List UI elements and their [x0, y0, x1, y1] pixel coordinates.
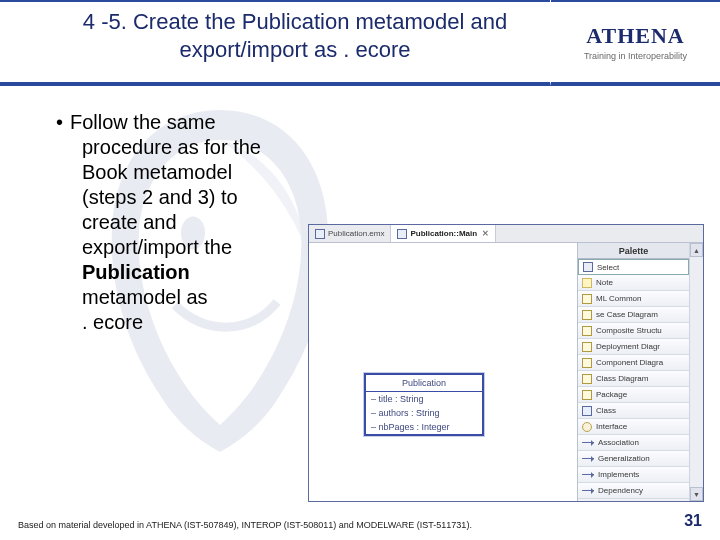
editor-tab-bar: Publication.emx Publication::Main ✕ [309, 225, 703, 243]
palette-select[interactable]: Select [578, 259, 689, 275]
uml-class-publication[interactable]: Publication – title : String – authors :… [364, 373, 484, 436]
folder-icon [582, 342, 592, 352]
close-icon[interactable]: ✕ [482, 229, 489, 238]
ide-screenshot: Publication.emx Publication::Main ✕ Publ… [308, 224, 704, 502]
footer-credit: Based on material developed in ATHENA (I… [18, 520, 472, 530]
cursor-icon [583, 262, 593, 272]
brand-block: ATHENA Training in Interoperability [550, 0, 720, 86]
palette-component[interactable]: Component Diagra [578, 355, 689, 371]
brand-name: ATHENA [586, 23, 685, 49]
bullet-text: •Follow the same procedure as for the Bo… [56, 110, 326, 335]
folder-icon [582, 374, 592, 384]
implements-icon [582, 474, 594, 475]
palette-classdgm[interactable]: Class Diagram [578, 371, 689, 387]
folder-icon [582, 294, 592, 304]
generalization-icon [582, 458, 594, 459]
palette-association[interactable]: Association [578, 435, 689, 451]
slide-footer: Based on material developed in ATHENA (I… [0, 512, 720, 530]
scroll-track[interactable] [690, 257, 703, 487]
dependency-icon [582, 490, 594, 491]
palette-usecase[interactable]: se Case Diagram [578, 307, 689, 323]
uml-attr: – title : String [366, 392, 482, 406]
package-icon [582, 390, 592, 400]
note-icon [582, 278, 592, 288]
palette-common[interactable]: ML Common [578, 291, 689, 307]
folder-icon [582, 310, 592, 320]
slide-title: 4 -5. Create the Publication metamodel a… [50, 8, 540, 63]
tab-label: Publication::Main [410, 229, 477, 238]
palette-class[interactable]: Class [578, 403, 689, 419]
association-icon [582, 442, 594, 443]
vertical-scrollbar[interactable]: ▲ ▼ [689, 243, 703, 501]
brand-tagline: Training in Interoperability [584, 51, 687, 61]
palette-generalization[interactable]: Generalization [578, 451, 689, 467]
tab-publication-main[interactable]: Publication::Main ✕ [391, 225, 496, 242]
folder-icon [582, 358, 592, 368]
diagram-icon [397, 229, 407, 239]
palette-header: Palette [578, 243, 689, 259]
palette-package[interactable]: Package [578, 387, 689, 403]
palette-deployment[interactable]: Deployment Diagr [578, 339, 689, 355]
uml-attr: – authors : String [366, 406, 482, 420]
palette-panel: Palette Select Note ML Common se Case Di… [577, 243, 689, 501]
diagram-canvas[interactable]: Publication – title : String – authors :… [309, 243, 577, 501]
scroll-up-button[interactable]: ▲ [690, 243, 703, 257]
tab-publication-emx[interactable]: Publication.emx [309, 225, 391, 242]
tab-label: Publication.emx [328, 229, 384, 238]
palette-implements[interactable]: Implements [578, 467, 689, 483]
palette-note[interactable]: Note [578, 275, 689, 291]
page-number: 31 [684, 512, 702, 530]
palette-composite[interactable]: Composite Structu [578, 323, 689, 339]
scroll-down-button[interactable]: ▼ [690, 487, 703, 501]
folder-icon [582, 326, 592, 336]
interface-icon [582, 422, 592, 432]
file-icon [315, 229, 325, 239]
uml-attr: – nbPages : Integer [366, 420, 482, 434]
uml-class-name: Publication [366, 375, 482, 392]
palette-interface[interactable]: Interface [578, 419, 689, 435]
class-icon [582, 406, 592, 416]
palette-dependency[interactable]: Dependency [578, 483, 689, 499]
slide-header: 4 -5. Create the Publication metamodel a… [0, 0, 720, 86]
